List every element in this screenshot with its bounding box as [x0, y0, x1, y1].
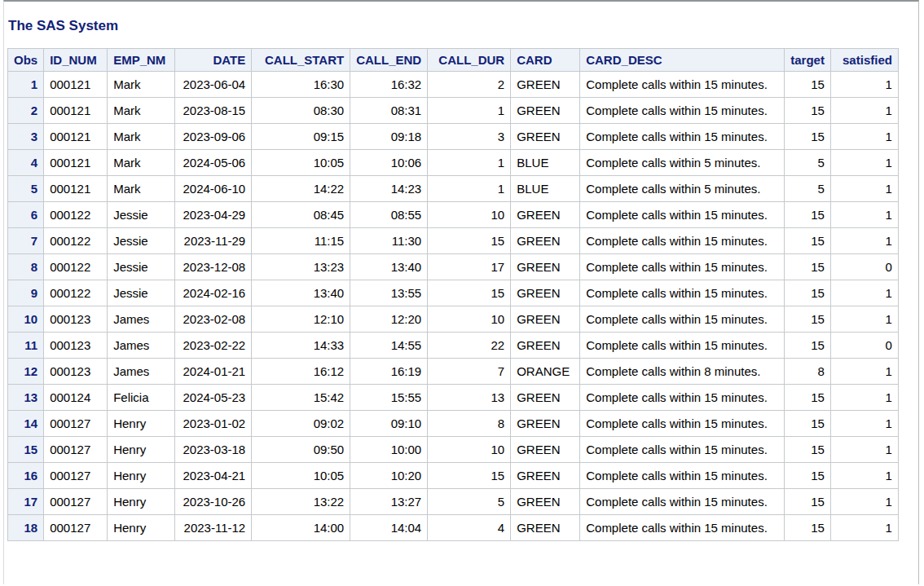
- cell-obs: 8: [8, 254, 44, 280]
- cell-target: 15: [785, 437, 831, 463]
- cell-card_desc: Complete calls within 15 minutes.: [580, 254, 785, 280]
- cell-satisfied: 1: [830, 411, 898, 437]
- cell-card: GREEN: [511, 72, 580, 98]
- cell-satisfied: 1: [830, 385, 898, 411]
- cell-call_end: 16:19: [350, 359, 428, 385]
- cell-card_desc: Complete calls within 15 minutes.: [580, 306, 785, 333]
- cell-call_start: 14:22: [252, 176, 350, 202]
- cell-card: GREEN: [511, 437, 580, 463]
- cell-call_end: 09:18: [350, 124, 428, 150]
- table-row: 16000127Henry2023-04-2110:0510:2015GREEN…: [8, 463, 899, 489]
- cell-card: GREEN: [511, 306, 580, 333]
- cell-id_num: 000127: [44, 411, 108, 437]
- cell-obs: 12: [8, 359, 44, 385]
- cell-emp_nm: Mark: [108, 98, 175, 124]
- cell-emp_nm: Jessie: [108, 254, 175, 280]
- cell-satisfied: 1: [830, 124, 898, 150]
- cell-card: GREEN: [511, 280, 580, 306]
- cell-target: 15: [785, 254, 831, 280]
- cell-call_end: 13:27: [350, 489, 428, 515]
- column-header-card-desc: CARD_DESC: [580, 49, 785, 72]
- cell-card_desc: Complete calls within 5 minutes.: [580, 176, 785, 202]
- table-row: 18000127Henry2023-11-1214:0014:044GREENC…: [8, 515, 899, 541]
- cell-call_dur: 10: [428, 306, 511, 333]
- cell-card: GREEN: [511, 489, 580, 515]
- cell-card_desc: Complete calls within 15 minutes.: [580, 124, 785, 150]
- cell-call_start: 09:50: [252, 437, 350, 463]
- table-row: 7000122Jessie2023-11-2911:1511:3015GREEN…: [8, 228, 899, 254]
- cell-emp_nm: Mark: [108, 72, 175, 98]
- table-row: 6000122Jessie2023-04-2908:4508:5510GREEN…: [8, 202, 899, 228]
- cell-card: GREEN: [511, 333, 580, 359]
- cell-emp_nm: Henry: [108, 437, 175, 463]
- cell-satisfied: 1: [830, 437, 898, 463]
- cell-emp_nm: Mark: [108, 124, 175, 150]
- cell-call_dur: 4: [428, 515, 511, 541]
- cell-call_end: 14:23: [350, 176, 428, 202]
- cell-card: GREEN: [511, 124, 580, 150]
- cell-date: 2023-01-02: [175, 411, 252, 437]
- cell-call_end: 10:00: [350, 437, 428, 463]
- cell-target: 15: [785, 280, 831, 306]
- cell-id_num: 000127: [44, 489, 108, 515]
- column-header-id-num: ID_NUM: [44, 49, 108, 72]
- cell-date: 2023-02-22: [175, 333, 252, 359]
- cell-target: 15: [785, 98, 831, 124]
- cell-card: ORANGE: [511, 359, 580, 385]
- cell-card_desc: Complete calls within 15 minutes.: [580, 385, 785, 411]
- cell-emp_nm: Mark: [108, 150, 175, 176]
- cell-emp_nm: Jessie: [108, 202, 175, 228]
- cell-target: 15: [785, 202, 831, 228]
- cell-id_num: 000121: [44, 124, 108, 150]
- column-header-emp-nm: EMP_NM: [108, 49, 175, 72]
- cell-call_start: 08:45: [252, 202, 350, 228]
- cell-call_dur: 1: [428, 150, 511, 176]
- cell-call_end: 16:32: [350, 72, 428, 98]
- cell-emp_nm: Felicia: [108, 385, 175, 411]
- cell-obs: 18: [8, 515, 44, 541]
- cell-obs: 11: [8, 333, 44, 359]
- cell-card_desc: Complete calls within 15 minutes.: [580, 515, 785, 541]
- cell-card_desc: Complete calls within 15 minutes.: [580, 228, 785, 254]
- cell-call_start: 14:00: [252, 515, 350, 541]
- table-row: 5000121Mark2024-06-1014:2214:231BLUEComp…: [8, 176, 899, 202]
- cell-satisfied: 1: [830, 489, 898, 515]
- cell-call_dur: 3: [428, 124, 511, 150]
- cell-call_end: 09:10: [350, 411, 428, 437]
- cell-emp_nm: Mark: [108, 176, 175, 202]
- cell-call_dur: 5: [428, 489, 511, 515]
- cell-card_desc: Complete calls within 15 minutes.: [580, 72, 785, 98]
- cell-satisfied: 1: [830, 463, 898, 489]
- cell-card: GREEN: [511, 463, 580, 489]
- cell-id_num: 000123: [44, 359, 108, 385]
- cell-target: 15: [785, 489, 831, 515]
- cell-id_num: 000127: [44, 463, 108, 489]
- page-title: The SAS System: [8, 18, 918, 34]
- cell-emp_nm: Henry: [108, 411, 175, 437]
- cell-call_start: 10:05: [252, 150, 350, 176]
- cell-card: GREEN: [511, 254, 580, 280]
- cell-call_end: 13:55: [350, 280, 428, 306]
- cell-date: 2023-11-29: [175, 228, 252, 254]
- cell-call_dur: 10: [428, 202, 511, 228]
- column-header-target: target: [785, 49, 831, 72]
- cell-card_desc: Complete calls within 15 minutes.: [580, 463, 785, 489]
- cell-satisfied: 1: [830, 280, 898, 306]
- cell-target: 15: [785, 333, 831, 359]
- cell-card_desc: Complete calls within 5 minutes.: [580, 150, 785, 176]
- table-row: 4000121Mark2024-05-0610:0510:061BLUEComp…: [8, 150, 899, 176]
- cell-card_desc: Complete calls within 15 minutes.: [580, 280, 785, 306]
- cell-call_end: 12:20: [350, 306, 428, 333]
- header-row: Obs ID_NUM EMP_NM DATE CALL_START CALL_E…: [8, 49, 899, 72]
- cell-card_desc: Complete calls within 15 minutes.: [580, 202, 785, 228]
- cell-card: BLUE: [511, 150, 580, 176]
- cell-call_dur: 7: [428, 359, 511, 385]
- table-row: 3000121Mark2023-09-0609:1509:183GREENCom…: [8, 124, 899, 150]
- cell-call_end: 08:31: [350, 98, 428, 124]
- table-row: 12000123James2024-01-2116:1216:197ORANGE…: [8, 359, 899, 385]
- cell-target: 5: [785, 176, 831, 202]
- cell-card: GREEN: [511, 228, 580, 254]
- cell-call_end: 10:06: [350, 150, 428, 176]
- cell-date: 2023-06-04: [175, 72, 252, 98]
- cell-target: 15: [785, 72, 831, 98]
